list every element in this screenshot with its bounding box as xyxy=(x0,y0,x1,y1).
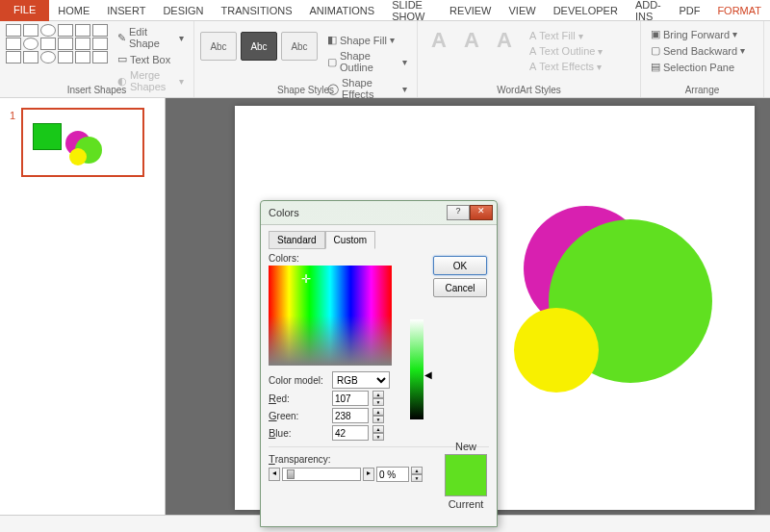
group-label: Shape Styles xyxy=(194,85,417,95)
bring-forward-button[interactable]: ▣Bring Forward ▾ xyxy=(647,26,757,42)
colors-dialog: Colors ? ✕ Standard Custom OK Cancel Col… xyxy=(260,200,498,527)
help-button[interactable]: ? xyxy=(447,205,470,220)
text-effects-button[interactable]: AText Effects ▾ xyxy=(526,59,606,74)
shape-circle-yellow[interactable] xyxy=(514,308,599,393)
green-input[interactable] xyxy=(332,408,369,423)
edit-shape-button[interactable]: ✎Edit Shape ▾ xyxy=(114,24,188,51)
file-tab[interactable]: FILE xyxy=(0,0,49,21)
picker-cursor-icon: ✛ xyxy=(301,275,311,285)
tab-custom[interactable]: Custom xyxy=(325,231,375,249)
tab-transitions[interactable]: TRANSITIONS xyxy=(213,1,301,20)
red-input[interactable] xyxy=(332,391,369,406)
dialog-titlebar[interactable]: Colors ? ✕ xyxy=(261,201,497,224)
tab-view[interactable]: VIEW xyxy=(500,1,545,20)
tab-developer[interactable]: DEVELOPER xyxy=(545,1,627,20)
green-label: Green: xyxy=(269,410,328,421)
fill-icon: ◧ xyxy=(327,34,337,46)
ribbon-body: ✎Edit Shape ▾ ▭Text Box ◐Merge Shapes ▾ … xyxy=(0,21,770,98)
ribbon-tabstrip: FILE HOME INSERT DESIGN TRANSITIONS ANIM… xyxy=(0,0,770,21)
text-outline-button[interactable]: AText Outline ▾ xyxy=(526,43,606,59)
new-label: New xyxy=(445,441,487,452)
wordart-gallery[interactable]: A A A xyxy=(424,28,520,57)
textbox-icon: ▭ xyxy=(117,53,127,65)
group-wordart-styles: A A A AText Fill ▾ AText Outline ▾ AText… xyxy=(418,21,641,97)
send-backward-icon: ▢ xyxy=(651,44,660,57)
transparency-slider[interactable] xyxy=(282,468,361,481)
thumb-shape-yellow xyxy=(69,148,87,165)
tab-home[interactable]: HOME xyxy=(49,1,98,20)
dialog-tabstrip: Standard Custom xyxy=(269,231,489,249)
shape-style-gallery[interactable]: Abc Abc Abc xyxy=(200,32,318,61)
blue-input[interactable] xyxy=(332,425,369,441)
text-fill-button[interactable]: AText Fill ▾ xyxy=(526,28,606,43)
selection-pane-button[interactable]: ▤Selection Pane xyxy=(647,59,757,75)
luminance-slider[interactable] xyxy=(410,319,424,419)
new-color-swatch xyxy=(445,454,487,496)
group-insert-shapes: ✎Edit Shape ▾ ▭Text Box ◐Merge Shapes ▾ … xyxy=(0,21,194,97)
tab-standard[interactable]: Standard xyxy=(269,231,325,249)
trans-right-button[interactable]: ▸ xyxy=(363,468,374,481)
color-model-label: Color model: xyxy=(269,375,328,386)
slider-thumb[interactable] xyxy=(287,469,295,479)
green-spinner[interactable]: ▲▼ xyxy=(372,408,384,423)
group-arrange: ▣Bring Forward ▾ ▢Send Backward ▾ ▤Selec… xyxy=(641,21,764,97)
transparency-spinner[interactable]: ▲▼ xyxy=(411,467,423,482)
tab-review[interactable]: REVIEW xyxy=(441,1,500,20)
thumb-shape-square xyxy=(33,123,62,150)
blue-label: Blue: xyxy=(269,427,328,439)
thumbnail-panel: 1 xyxy=(0,98,166,515)
slide-thumbnail[interactable]: 1 xyxy=(21,108,144,177)
tab-pdf[interactable]: PDF xyxy=(670,1,708,20)
group-label: Arrange xyxy=(641,85,763,95)
send-backward-button[interactable]: ▢Send Backward ▾ xyxy=(647,42,757,59)
transparency-input[interactable] xyxy=(376,467,409,482)
text-box-button[interactable]: ▭Text Box xyxy=(114,51,188,67)
group-label: Insert Shapes xyxy=(0,85,193,95)
color-picker[interactable]: ✛ xyxy=(269,266,392,366)
current-label: Current xyxy=(445,498,487,510)
tab-animations[interactable]: ANIMATIONS xyxy=(301,1,384,20)
edit-shape-icon: ✎ xyxy=(117,32,126,44)
tab-insert[interactable]: INSERT xyxy=(98,1,154,20)
color-model-select[interactable]: RGB xyxy=(332,371,390,389)
group-label: WordArt Styles xyxy=(418,85,640,95)
bring-forward-icon: ▣ xyxy=(651,28,660,40)
red-spinner[interactable]: ▲▼ xyxy=(372,391,384,406)
tab-format[interactable]: FORMAT xyxy=(708,1,770,20)
shape-outline-button[interactable]: ▢Shape Outline ▾ xyxy=(323,48,411,75)
shape-fill-button[interactable]: ◧Shape Fill ▾ xyxy=(323,32,411,48)
luminance-arrow-icon: ◀ xyxy=(424,369,432,380)
thumb-number: 1 xyxy=(10,110,15,121)
text-effects-icon: A xyxy=(529,61,536,72)
text-outline-icon: A xyxy=(529,45,536,57)
new-current-preview: New Current xyxy=(445,441,487,510)
trans-left-button[interactable]: ◂ xyxy=(269,468,280,481)
close-button[interactable]: ✕ xyxy=(470,205,493,220)
blue-spinner[interactable]: ▲▼ xyxy=(372,425,384,441)
group-shape-styles: Abc Abc Abc ◧Shape Fill ▾ ▢Shape Outline… xyxy=(194,21,418,97)
outline-icon: ▢ xyxy=(327,56,337,68)
red-label: Red: xyxy=(269,393,328,404)
dialog-title: Colors xyxy=(265,207,447,218)
tab-design[interactable]: DESIGN xyxy=(154,1,212,20)
text-fill-icon: A xyxy=(529,30,536,41)
selection-icon: ▤ xyxy=(651,61,660,73)
